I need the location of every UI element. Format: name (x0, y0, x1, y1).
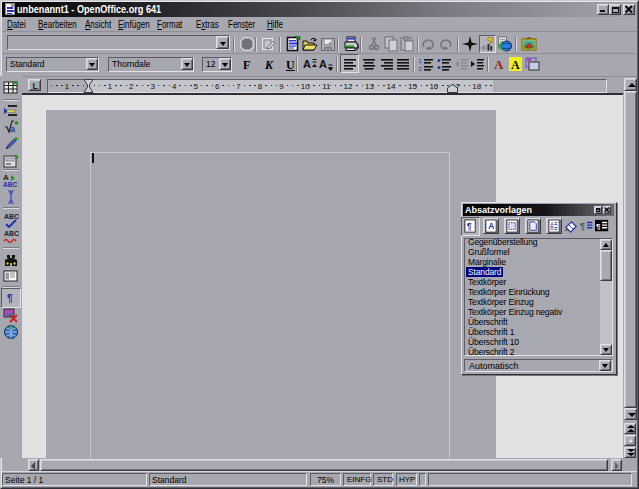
svg-text:ABC: ABC (3, 181, 17, 188)
svg-text:ABC: ABC (4, 230, 19, 237)
svg-text:ABC: ABC (4, 213, 19, 220)
svg-text:a: a (10, 124, 16, 134)
svg-text:1: 1 (419, 58, 423, 64)
svg-text:2: 2 (419, 66, 423, 72)
svg-text:A: A (494, 57, 504, 72)
svg-text:¶: ¶ (7, 293, 13, 304)
svg-text:A: A (319, 58, 327, 70)
svg-text:A: A (511, 58, 520, 72)
svg-text:A: A (303, 58, 311, 70)
